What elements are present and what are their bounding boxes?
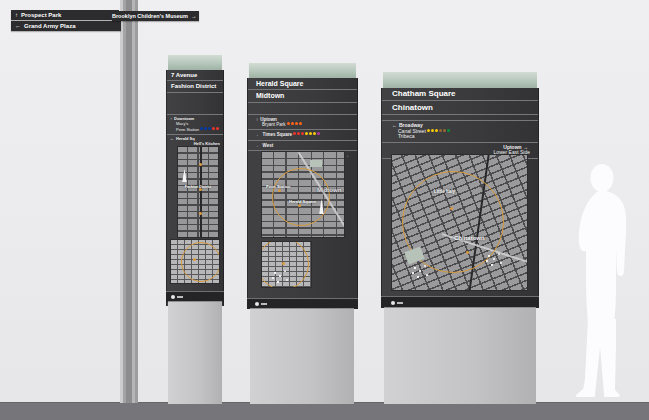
destination-section: ↑Uptown Bryant Park <box>248 114 357 129</box>
destination-label: Tribeca <box>398 134 415 139</box>
map-marker-dot <box>199 212 202 215</box>
walking-radius-circle <box>272 168 330 226</box>
walking-radius-circle <box>262 242 309 287</box>
destination-section: ↑Downtown Macy's Penn Station <box>167 114 223 134</box>
map-marker-dot <box>450 207 453 210</box>
destination-label: Downtown <box>174 117 194 121</box>
sidewalk-ground <box>0 402 649 420</box>
pylon-top-cap <box>249 63 356 79</box>
neighborhood-map: Fashion District <box>178 147 218 237</box>
silhouette-torso <box>579 190 626 323</box>
map-building-specks <box>414 267 416 269</box>
destination-label: Macy's <box>176 122 188 126</box>
pylon-title: 7 Avenue <box>167 70 223 81</box>
map-street-grid <box>178 147 218 237</box>
pylon-title: Chatham Square <box>382 88 538 101</box>
finger-sign-label: Brooklyn Children's Museum <box>112 13 188 19</box>
right-arrow-icon: → <box>191 11 197 21</box>
pylon-top-cap <box>168 55 222 71</box>
left-arrow-icon: ← <box>256 143 261 148</box>
map-herald-square-label: Herald Square <box>289 199 316 204</box>
map-midtown-label: Midtown <box>317 187 341 193</box>
spacer <box>167 93 223 114</box>
wayfinding-pylon-chatham-square: Chatham Square Chinatown ←Broadway Canal… <box>381 72 539 403</box>
finger-sign-prospect-park: ↑Prospect Park <box>11 10 119 20</box>
human-scale-silhouette <box>552 163 647 400</box>
destination-section: ←Times Square <box>248 129 357 139</box>
finger-sign-label: Prospect Park <box>21 12 61 18</box>
destination-section: ←Broadway Canal Street Tribeca <box>382 120 538 142</box>
wayfinding-pylon-herald-square: Herald Square Midtown ↑Uptown Bryant Par… <box>247 63 358 403</box>
map-chinatown-label: Chinatown <box>454 235 485 241</box>
destination-label: Herald Sq <box>176 137 195 141</box>
map-marker-dot <box>278 189 281 192</box>
up-arrow-icon: ↑ <box>256 117 258 122</box>
pylon-subtitle: Fashion District <box>167 81 223 93</box>
map-building-specks <box>488 255 490 257</box>
destination-label: Times Square <box>263 132 292 137</box>
map-penn-station-label: Penn Station <box>266 184 290 189</box>
pylon-title: Herald Square <box>248 78 357 90</box>
silhouette-legs <box>583 319 616 395</box>
destination-label: Bryant Park <box>262 122 286 127</box>
map-marker-dot <box>193 258 196 261</box>
neighborhood-map: Little Italy Chinatown <box>392 155 527 290</box>
map-marker-dot <box>466 251 469 254</box>
destination-label: Canal Street <box>398 129 426 134</box>
finger-sign-label: Grand Army Plaza <box>24 23 75 29</box>
destination-label: West <box>263 143 274 148</box>
map-building-specks <box>274 272 276 274</box>
up-arrow-icon: ↑ <box>15 10 18 20</box>
right-arrow-icon: → <box>523 145 528 150</box>
street-signage-mockup-scene: ↑Prospect Park ←Grand Army Plaza Brookly… <box>0 0 649 420</box>
street-sign-pole <box>120 0 138 403</box>
silhouette-crossed-arms <box>582 214 622 240</box>
map-marker-dot <box>298 204 301 207</box>
walking-radius-circle <box>181 242 219 282</box>
map-avenue-line <box>200 147 202 237</box>
bryant-park-patch <box>310 160 322 167</box>
destination-label: Uptown <box>503 145 521 150</box>
right-arrow-icon: → <box>345 153 350 158</box>
map-little-italy-label: Little Italy <box>434 189 455 194</box>
detail-map <box>171 240 219 283</box>
destination-label: Penn Station <box>176 127 199 132</box>
left-arrow-icon: ← <box>256 132 261 137</box>
map-marker-dot <box>282 262 285 265</box>
pylon-base-pedestal <box>168 301 222 404</box>
pylon-top-cap <box>383 72 537 89</box>
pylon-subtitle: Midtown <box>248 90 357 103</box>
walknyc-logo-icon <box>171 295 183 299</box>
pylon-subtitle: Chinatown <box>382 101 538 115</box>
pylon-base-pedestal <box>384 307 536 404</box>
destination-label: Hell's Kitchen <box>194 142 220 146</box>
left-arrow-icon: ← <box>392 123 397 128</box>
finger-sign-grand-army-plaza: ←Grand Army Plaza <box>11 21 121 31</box>
left-arrow-icon: ← <box>170 137 174 141</box>
walknyc-logo-icon <box>391 301 403 305</box>
subway-bullets <box>199 127 220 132</box>
map-district-label: Fashion District <box>178 185 218 189</box>
walknyc-logo-icon <box>255 302 267 306</box>
subway-bullets <box>286 122 302 127</box>
subway-bullets <box>292 132 320 137</box>
finger-sign-brooklyn-childrens-museum: Brooklyn Children's Museum→ <box>112 11 199 21</box>
silhouette-head <box>591 164 614 192</box>
destination-section: ←West <box>248 140 357 150</box>
pylon-base-pedestal <box>250 308 354 404</box>
neighborhood-map: Penn Station Herald Square Midtown <box>262 152 344 237</box>
up-arrow-icon: ↑ <box>170 117 172 121</box>
left-arrow-icon: ← <box>15 21 21 31</box>
spacer <box>248 103 357 114</box>
wayfinding-pylon-7-avenue: 7 Avenue Fashion District ↑Downtown Macy… <box>166 55 224 403</box>
subway-bullets <box>426 129 450 134</box>
silhouette-feet <box>576 389 620 397</box>
detail-map <box>262 242 311 287</box>
destination-label: Broadway <box>399 123 423 128</box>
